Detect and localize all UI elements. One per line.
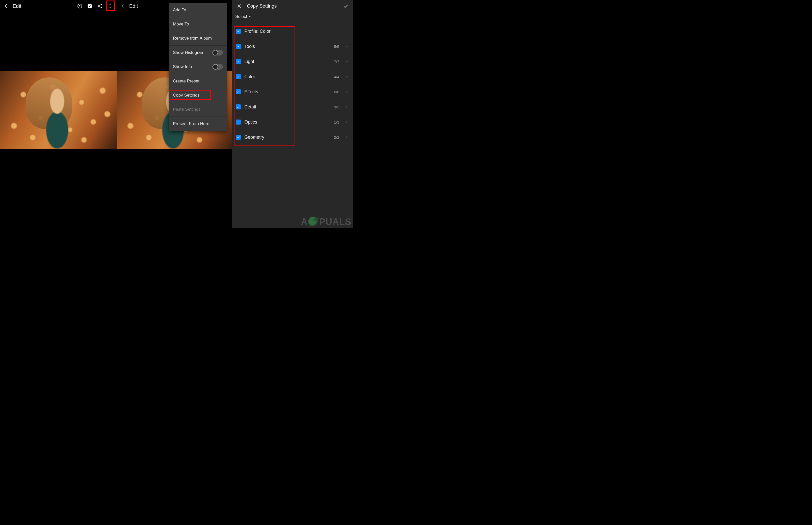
menu-item-show-histogram[interactable]: Show Histogram xyxy=(169,46,227,60)
row-count: 2/2 xyxy=(334,135,339,139)
row-label: Geometry xyxy=(244,135,330,140)
settings-row-detail[interactable]: Detail3/3 xyxy=(233,99,352,115)
panel1-photo[interactable] xyxy=(0,71,117,149)
row-count: 6/6 xyxy=(334,90,339,94)
cloud-status-icon[interactable] xyxy=(86,2,94,10)
menu-item-present-from-here[interactable]: Present From Here xyxy=(169,117,227,131)
checkbox[interactable] xyxy=(236,74,241,79)
menu-item-label: Present From Here xyxy=(173,121,209,126)
row-count: 1/3 xyxy=(334,120,339,124)
chevron-right-icon xyxy=(345,135,349,139)
checkbox[interactable] xyxy=(236,104,241,109)
menu-item-add-to[interactable]: Add To xyxy=(169,3,227,17)
svg-point-2 xyxy=(110,7,110,8)
chevron-right-icon xyxy=(345,120,349,124)
menu-item-label: Create Preset xyxy=(173,79,199,84)
menu-item-move-to[interactable]: Move To xyxy=(169,17,227,31)
checkbox[interactable] xyxy=(236,29,241,34)
select-label: Select xyxy=(235,14,247,19)
row-label: Profile: Color xyxy=(244,29,349,34)
row-label: Optics xyxy=(244,120,330,125)
chevron-right-icon xyxy=(345,44,349,49)
row-label: Detail xyxy=(244,104,330,110)
settings-list: Profile: ColorTools5/5Light7/7Color4/4Ef… xyxy=(232,24,353,145)
menu-item-create-preset[interactable]: Create Preset xyxy=(169,74,227,88)
svg-point-1 xyxy=(110,5,110,6)
overflow-menu: Add ToMove ToRemove from AlbumShow Histo… xyxy=(169,3,227,131)
settings-row-profile-color[interactable]: Profile: Color xyxy=(233,24,352,39)
menu-item-label: Add To xyxy=(173,7,186,13)
chevron-right-icon xyxy=(345,90,349,94)
settings-row-effects[interactable]: Effects6/6 xyxy=(233,84,352,99)
edit-dropdown[interactable]: Edit xyxy=(13,3,25,9)
settings-row-tools[interactable]: Tools5/5 xyxy=(233,39,352,54)
checkbox[interactable] xyxy=(236,135,241,140)
select-dropdown[interactable]: Select xyxy=(232,12,353,24)
menu-item-copy-settings[interactable]: Copy Settings xyxy=(169,88,227,102)
settings-row-geometry[interactable]: Geometry2/2 xyxy=(233,130,352,145)
menu-item-label: Show Info xyxy=(173,64,192,69)
checkbox[interactable] xyxy=(236,120,241,124)
checkbox[interactable] xyxy=(236,59,241,64)
toggle-switch[interactable] xyxy=(212,50,223,56)
watermark-text-right: PUALS xyxy=(319,216,351,227)
menu-item-label: Show Histogram xyxy=(173,50,204,55)
checkbox[interactable] xyxy=(236,44,241,49)
menu-item-label: Remove from Album xyxy=(173,36,212,41)
stage: Edit Edit xyxy=(0,0,353,228)
edit-label: Edit xyxy=(13,3,21,9)
row-label: Effects xyxy=(244,89,330,94)
watermark-text-left: A xyxy=(301,216,308,227)
chevron-right-icon xyxy=(345,74,349,79)
settings-row-color[interactable]: Color4/4 xyxy=(233,69,352,84)
row-count: 3/3 xyxy=(334,105,339,109)
watermark-icon xyxy=(308,216,319,227)
chevron-right-icon xyxy=(345,105,349,109)
share-icon[interactable] xyxy=(96,2,104,10)
menu-item-label: Paste Settings xyxy=(173,107,201,112)
svg-point-0 xyxy=(110,4,110,5)
checkbox[interactable] xyxy=(236,89,241,94)
settings-row-light[interactable]: Light7/7 xyxy=(233,54,352,69)
menu-item-show-info[interactable]: Show Info xyxy=(169,60,227,74)
caret-down-icon xyxy=(22,4,25,7)
chevron-right-icon xyxy=(345,59,349,64)
back-button[interactable] xyxy=(2,2,11,10)
confirm-button[interactable] xyxy=(342,2,350,10)
panel-1: Edit xyxy=(0,0,117,228)
settings-row-optics[interactable]: Optics1/3 xyxy=(233,115,352,130)
row-label: Tools xyxy=(244,44,330,49)
back-button[interactable] xyxy=(119,2,127,10)
panel-3-copy-settings: Copy Settings Select Profile: ColorTools… xyxy=(232,0,353,228)
row-count: 5/5 xyxy=(334,44,339,49)
edit-dropdown[interactable]: Edit xyxy=(129,3,142,9)
menu-item-remove-from-album[interactable]: Remove from Album xyxy=(169,31,227,45)
help-icon[interactable] xyxy=(76,2,84,10)
panel3-title: Copy Settings xyxy=(247,3,277,9)
row-label: Light xyxy=(244,59,330,64)
menu-item-paste-settings: Paste Settings xyxy=(169,102,227,117)
menu-item-label: Move To xyxy=(173,22,189,27)
edit-label: Edit xyxy=(129,3,138,9)
more-options-icon[interactable] xyxy=(106,2,114,10)
caret-down-icon xyxy=(248,15,252,18)
row-label: Color xyxy=(244,74,330,79)
row-count: 4/4 xyxy=(334,75,339,79)
panel1-topbar: Edit xyxy=(0,0,117,12)
row-count: 7/7 xyxy=(334,60,339,64)
close-button[interactable] xyxy=(235,2,243,10)
caret-down-icon xyxy=(139,4,142,7)
toggle-switch[interactable] xyxy=(212,64,223,70)
watermark: A PUALS xyxy=(301,216,351,227)
panel3-header: Copy Settings xyxy=(232,0,353,12)
menu-item-label: Copy Settings xyxy=(173,93,200,98)
